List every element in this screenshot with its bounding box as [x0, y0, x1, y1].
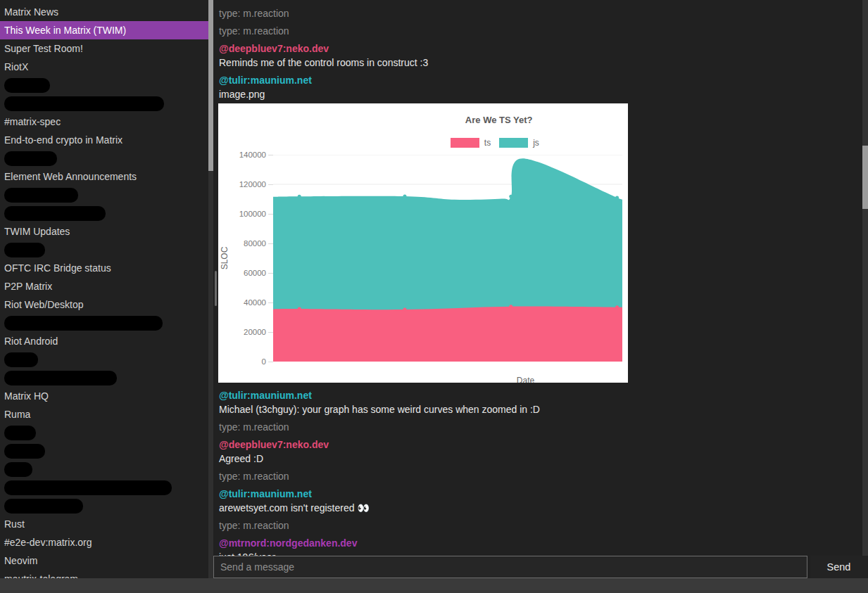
redacted-room-name — [4, 78, 50, 93]
sidebar-room-redacted[interactable] — [0, 369, 208, 387]
sidebar-scrollbar[interactable] — [208, 0, 213, 578]
message-sender[interactable]: @mtrnord:nordgedanken.dev — [219, 538, 862, 548]
room-name: mautrix-telegram — [4, 573, 78, 578]
redacted-room-name — [4, 444, 45, 459]
message-pane: type: m.reactiontype: m.reaction@deepblu… — [213, 0, 862, 578]
area-series-ts — [273, 307, 622, 362]
room-name: Neovim — [4, 555, 37, 566]
y-tick-label: 100000 — [218, 209, 266, 219]
redacted-room-name — [4, 243, 45, 257]
message: @tulir:maunium.netarewetsyet.com isn't r… — [219, 489, 862, 513]
event-meta: type: m.reaction — [219, 521, 862, 530]
message-sender[interactable]: @tulir:maunium.net — [219, 489, 862, 499]
sidebar-room-item[interactable]: Matrix News — [0, 3, 208, 21]
x-axis-label: Date — [517, 376, 534, 383]
sidebar-room-item[interactable]: Element Web Announcements — [0, 167, 208, 186]
message-body: Michael (t3chguy): your graph has some w… — [219, 404, 862, 414]
message-list: type: m.reactiontype: m.reaction@deepblu… — [219, 8, 862, 578]
redacted-room-name — [4, 96, 164, 111]
y-tick-mark — [268, 184, 273, 185]
sidebar-room-item[interactable]: mautrix-telegram — [0, 570, 208, 578]
room-name: OFTC IRC Bridge status — [4, 262, 111, 274]
sidebar-room-redacted[interactable] — [0, 186, 208, 204]
room-name: TWIM Updates — [4, 226, 70, 237]
sidebar-scrollbar-thumb[interactable] — [208, 0, 213, 171]
chat-scrollbar[interactable] — [862, 0, 868, 556]
sidebar-room-redacted[interactable] — [0, 350, 208, 369]
sidebar-room-item[interactable]: This Week in Matrix (TWIM) — [0, 21, 208, 39]
message-sender[interactable]: @deepbluev7:neko.dev — [219, 440, 862, 449]
sidebar-room-item[interactable]: P2P Matrix — [0, 277, 208, 295]
sidebar-room-redacted[interactable] — [0, 442, 208, 460]
y-tick-mark — [268, 302, 273, 303]
sidebar-room-redacted[interactable] — [0, 314, 208, 332]
sidebar-room-item[interactable]: #e2e-dev:matrix.org — [0, 533, 208, 551]
message-body: Agreed :D — [219, 454, 862, 464]
sidebar-room-item[interactable]: Matrix HQ — [0, 387, 208, 405]
message-body: Reminds me of the control rooms in const… — [219, 58, 862, 68]
sidebar-room-redacted[interactable] — [0, 423, 208, 442]
sidebar-room-item[interactable]: TWIM Updates — [0, 222, 208, 241]
message-sender[interactable]: @tulir:maunium.net — [219, 390, 862, 400]
room-name: Riot Android — [4, 336, 58, 347]
sidebar-room-redacted[interactable] — [0, 149, 208, 167]
redacted-room-name — [4, 151, 57, 166]
y-tick-label: 60000 — [218, 268, 266, 278]
image-attachment-chart[interactable]: Are We TS Yet? ts js SLOC Date 020000400… — [218, 103, 628, 383]
room-name: Element Web Announcements — [4, 171, 137, 182]
message: @deepbluev7:neko.devReminds me of the co… — [219, 44, 862, 68]
chat-scrollbar-thumb[interactable] — [862, 146, 868, 209]
chart-legend: ts js — [451, 138, 539, 148]
redacted-room-name — [4, 499, 83, 514]
sidebar-room-redacted[interactable] — [0, 76, 208, 94]
redacted-room-name — [4, 426, 36, 440]
redacted-room-name — [4, 316, 163, 331]
room-name: P2P Matrix — [4, 281, 52, 292]
room-name: #matrix-spec — [4, 116, 61, 127]
room-list: Matrix NewsThis Week in Matrix (TWIM)Sup… — [0, 3, 208, 578]
sidebar-room-item[interactable]: Ruma — [0, 405, 208, 423]
message-input[interactable] — [213, 556, 807, 578]
sidebar-room-item[interactable]: RiotX — [0, 58, 208, 76]
sidebar-room-redacted[interactable] — [0, 497, 208, 515]
message: @tulir:maunium.netMichael (t3chguy): you… — [219, 390, 862, 414]
sidebar-room-redacted[interactable] — [0, 204, 208, 222]
chart-plot-area — [273, 155, 622, 362]
sidebar-room-item[interactable]: Rust — [0, 515, 208, 533]
y-tick-label: 40000 — [218, 298, 266, 307]
chart-svg — [273, 155, 622, 362]
sidebar-room-item[interactable]: End-to-end crypto in Matrix — [0, 131, 208, 149]
legend-item-ts: ts — [451, 138, 491, 148]
message: @deepbluev7:neko.devAgreed :D — [219, 440, 862, 464]
composer-bar: Send — [213, 556, 867, 578]
sidebar-room-item[interactable]: Riot Web/Desktop — [0, 295, 208, 314]
legend-label: js — [533, 138, 539, 148]
sidebar-room-item[interactable]: #matrix-spec — [0, 113, 208, 131]
event-meta: type: m.reaction — [219, 8, 862, 18]
y-tick-label: 80000 — [218, 238, 266, 248]
event-meta: type: m.reaction — [219, 471, 862, 481]
sidebar-room-item[interactable]: OFTC IRC Bridge status — [0, 259, 208, 277]
message-sender[interactable]: @tulir:maunium.net — [219, 75, 862, 85]
redacted-room-name — [4, 480, 172, 495]
send-button[interactable]: Send — [810, 556, 867, 578]
y-tick-label: 20000 — [218, 327, 266, 337]
room-name: This Week in Matrix (TWIM) — [4, 25, 126, 36]
sidebar-room-redacted[interactable] — [0, 241, 208, 259]
room-name: Super Test Room! — [4, 43, 83, 54]
y-tick-mark — [268, 243, 273, 244]
bottom-status-strip — [0, 578, 868, 593]
room-name: Ruma — [4, 409, 30, 420]
sidebar-room-redacted[interactable] — [0, 478, 208, 497]
redacted-room-name — [4, 462, 32, 477]
sidebar-room-redacted[interactable] — [0, 94, 208, 113]
redacted-room-name — [4, 206, 106, 221]
y-tick-label: 0 — [218, 357, 266, 366]
sidebar-room-redacted[interactable] — [0, 460, 208, 478]
sidebar-room-item[interactable]: Riot Android — [0, 332, 208, 350]
y-tick-mark — [268, 155, 273, 155]
sidebar-room-item[interactable]: Neovim — [0, 551, 208, 570]
sidebar-room-item[interactable]: Super Test Room! — [0, 39, 208, 58]
y-tick-mark — [268, 362, 273, 362]
message-sender[interactable]: @deepbluev7:neko.dev — [219, 44, 862, 53]
